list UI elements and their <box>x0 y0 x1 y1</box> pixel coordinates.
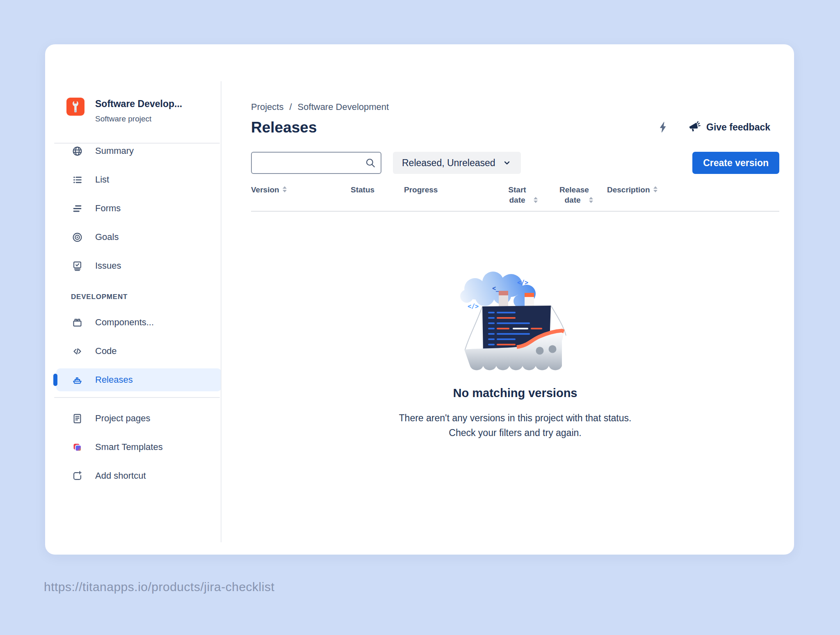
target-icon <box>71 231 83 243</box>
sidebar-item-label: Code <box>95 346 117 356</box>
sidebar-item-project-pages[interactable]: Project pages <box>56 407 221 430</box>
forms-icon <box>71 202 83 215</box>
code-ship-illustration: </> <_ </> <box>459 269 572 372</box>
project-header-text: Software Develop... Software project <box>95 98 182 123</box>
sidebar-item-issues[interactable]: Issues <box>56 254 221 277</box>
url-caption: https://titanapps.io/products/jira-check… <box>44 580 274 594</box>
empty-state-message: There aren't any versions in this projec… <box>399 411 632 440</box>
column-header-version[interactable]: Version <box>251 185 351 195</box>
sidebar-item-label: Issues <box>95 260 121 271</box>
empty-state: </> <_ </> <box>251 269 779 440</box>
ship-icon <box>71 374 83 386</box>
breadcrumb-software-development[interactable]: Software Development <box>298 102 389 112</box>
sidebar-item-goals[interactable]: Goals <box>56 226 221 249</box>
give-feedback-button[interactable]: Give feedback <box>687 121 770 134</box>
sort-icon <box>589 197 593 203</box>
header-actions: Give feedback <box>657 121 770 134</box>
column-header-release-date[interactable]: Release date <box>546 185 607 205</box>
sort-icon <box>534 197 538 203</box>
sidebar-item-label: Components... <box>95 317 154 328</box>
create-version-button[interactable]: Create version <box>692 152 779 174</box>
code-icon <box>71 345 83 357</box>
issues-icon <box>71 260 83 272</box>
sidebar-item-summary[interactable]: Summary <box>56 139 221 162</box>
sidebar-item-label: Summary <box>95 146 134 156</box>
sidebar: Software Develop... Software project Sum… <box>45 44 221 555</box>
column-header-start-date[interactable]: Start date <box>496 185 546 205</box>
sidebar-item-forms[interactable]: Forms <box>56 197 221 220</box>
sidebar-item-label: Releases <box>95 375 133 385</box>
sidebar-item-label: Goals <box>95 232 119 242</box>
add-shortcut-icon <box>71 470 83 482</box>
sidebar-item-smart-templates[interactable]: Smart Templates <box>56 436 221 459</box>
sidebar-item-components[interactable]: Components... <box>56 311 221 334</box>
app-window: Software Develop... Software project Sum… <box>45 44 794 555</box>
project-name: Software Develop... <box>95 98 182 110</box>
breadcrumb: Projects / Software Development <box>251 102 779 112</box>
sort-icon <box>283 186 287 192</box>
column-header-progress: Progress <box>404 185 496 195</box>
project-subtitle: Software project <box>95 114 182 123</box>
breadcrumb-separator: / <box>289 102 292 112</box>
chevron-down-icon <box>502 158 512 168</box>
project-avatar-wrench-icon <box>66 98 84 116</box>
sidebar-section-development: DEVELOPMENT <box>71 293 221 301</box>
megaphone-icon <box>687 121 701 134</box>
toolbar: Released, Unreleased Create version <box>251 152 779 174</box>
active-indicator <box>53 374 57 386</box>
sidebar-item-add-shortcut[interactable]: Add shortcut <box>56 464 221 487</box>
breadcrumb-projects[interactable]: Projects <box>251 102 283 112</box>
empty-state-line1: There aren't any versions in this projec… <box>399 411 632 425</box>
column-header-status: Status <box>351 185 404 195</box>
list-icon <box>71 174 83 186</box>
globe-icon <box>71 145 83 157</box>
lightning-icon <box>657 121 669 133</box>
sort-icon <box>653 186 657 192</box>
svg-text:</>: </> <box>517 279 528 286</box>
empty-state-line2: Check your filters and try again. <box>399 425 632 440</box>
sidebar-item-releases[interactable]: Releases <box>56 368 221 391</box>
status-filter-dropdown[interactable]: Released, Unreleased <box>393 152 521 174</box>
sidebar-divider <box>54 397 220 398</box>
search-field-wrap <box>251 152 381 174</box>
status-filter-value: Released, Unreleased <box>402 158 495 169</box>
smart-templates-icon <box>71 441 83 453</box>
sidebar-item-label: Smart Templates <box>95 442 163 452</box>
empty-state-title: No matching versions <box>453 386 578 400</box>
component-brick-icon <box>71 316 83 329</box>
main-content: Projects / Software Development Releases <box>221 44 794 555</box>
sidebar-item-label: Forms <box>95 203 121 214</box>
project-header[interactable]: Software Develop... Software project <box>66 98 221 123</box>
svg-text:</>: </> <box>468 303 479 310</box>
sidebar-item-label: List <box>95 174 109 185</box>
give-feedback-label: Give feedback <box>706 122 770 133</box>
search-input[interactable] <box>251 152 381 174</box>
sidebar-item-code[interactable]: Code <box>56 340 221 363</box>
column-header-description[interactable]: Description <box>607 185 779 195</box>
document-icon <box>71 412 83 425</box>
sidebar-item-list[interactable]: List <box>56 168 221 191</box>
quick-actions-lightning-button[interactable] <box>657 121 669 133</box>
sidebar-item-label: Add shortcut <box>95 471 146 481</box>
sidebar-item-label: Project pages <box>95 413 151 424</box>
table-header-row: Version Status Progress Start date Relea… <box>251 185 779 212</box>
